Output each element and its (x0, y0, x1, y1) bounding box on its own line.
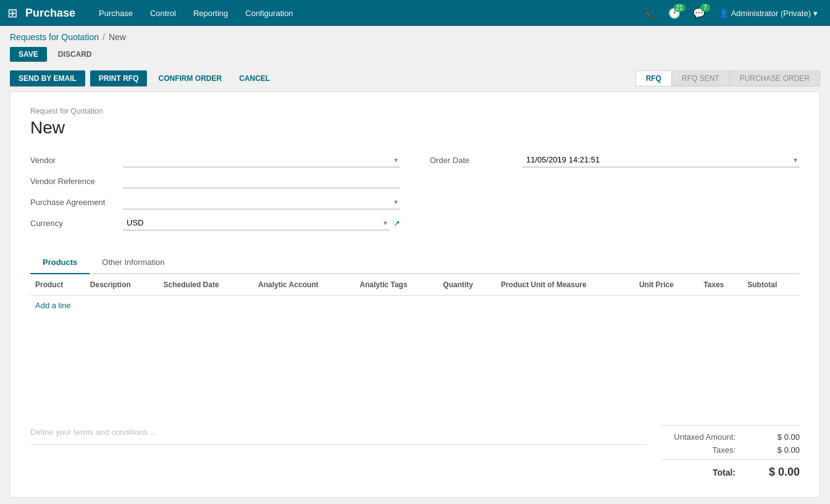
col-product-unit: Product Unit of Measure (496, 274, 634, 296)
col-analytic-tags: Analytic Tags (354, 274, 438, 296)
currency-external-link-icon[interactable]: ↗ (393, 219, 400, 228)
vendor-label: Vendor (30, 156, 123, 165)
products-table: Product Description Scheduled Date Analy… (30, 274, 800, 296)
status-bar: SEND BY EMAIL PRINT RFQ CONFIRM ORDER CA… (0, 67, 830, 91)
terms-divider (30, 444, 647, 445)
untaxed-value: $ 0.00 (750, 432, 800, 442)
vendor-select-wrap: ▾ (123, 153, 400, 167)
chat-icon[interactable]: 💬 7 (689, 5, 709, 22)
total-label: Total: (661, 468, 736, 477)
untaxed-label: Untaxed Amount: (661, 432, 736, 442)
breadcrumb-separator: / (103, 32, 105, 42)
topnav-right: 📞 🕐 21 💬 7 👤 Administrator (Private) ▾ (640, 5, 823, 22)
currency-row: Currency USD ▾ ↗ (30, 216, 400, 230)
col-analytic-account: Analytic Account (253, 274, 354, 296)
vendor-reference-row: Vendor Reference (30, 174, 400, 188)
vendor-reference-input[interactable] (123, 174, 400, 188)
purchase-agreement-label: Purchase Agreement (30, 198, 123, 207)
currency-label: Currency (30, 219, 123, 228)
col-subtotal: Subtotal (742, 274, 800, 296)
user-menu[interactable]: 👤 Administrator (Private) ▾ (714, 9, 823, 18)
clock-badge: 21 (674, 4, 685, 12)
total-row: Total: $ 0.00 (661, 462, 800, 482)
step-purchase-order[interactable]: PURCHASE ORDER (729, 70, 820, 86)
order-date-row: Order Date 11/05/2019 14:21:51 ▾ (430, 153, 800, 167)
user-label: Administrator (Private) (731, 9, 811, 18)
purchase-agreement-select-wrap: ▾ (123, 195, 400, 209)
order-date-input[interactable]: 11/05/2019 14:21:51 (522, 153, 800, 167)
breadcrumb-parent[interactable]: Requests for Quotation (10, 32, 99, 42)
add-line-link[interactable]: Add a line (30, 296, 76, 315)
tab-other-information[interactable]: Other Information (90, 251, 177, 274)
breadcrumb: Requests for Quotation / New (0, 26, 830, 44)
send-by-email-button[interactable]: SEND BY EMAIL (10, 70, 85, 86)
taxes-row: Taxes: $ 0.00 (661, 443, 800, 456)
col-taxes: Taxes (698, 274, 742, 296)
form-subtitle: Request for Quotation (30, 107, 800, 116)
brand-label: Purchase (25, 7, 75, 20)
breadcrumb-current: New (109, 32, 126, 42)
step-rfq-sent[interactable]: RFQ SENT (671, 70, 730, 86)
topnav: ⊞ Purchase Purchase Control Reporting Co… (0, 0, 830, 26)
status-steps: RFQ RFQ SENT PURCHASE ORDER (635, 70, 820, 86)
total-value: $ 0.00 (750, 466, 800, 479)
terms-placeholder[interactable]: Define your terms and conditions ... (30, 422, 647, 442)
col-product: Product (30, 274, 85, 296)
vendor-reference-label: Vendor Reference (30, 177, 123, 186)
cancel-button[interactable]: CANCEL (233, 70, 276, 86)
save-button[interactable]: SAVE (10, 47, 47, 62)
discard-button[interactable]: DISCARD (52, 47, 98, 62)
vendor-input[interactable] (123, 153, 400, 167)
menu-item-configuration[interactable]: Configuration (237, 0, 301, 26)
currency-select-wrap: USD ▾ (123, 216, 390, 230)
chat-badge: 7 (700, 4, 710, 12)
totals-bottom-divider (661, 459, 800, 460)
confirm-order-button[interactable]: CONFIRM ORDER (152, 70, 228, 86)
user-icon: 👤 (719, 9, 729, 18)
menu-item-reporting[interactable]: Reporting (185, 0, 237, 26)
print-rfq-button[interactable]: PRINT RFQ (90, 70, 148, 86)
col-description: Description (85, 274, 159, 296)
tabs: Products Other Information (30, 251, 800, 274)
col-unit-price: Unit Price (634, 274, 698, 296)
footer-section: Define your terms and conditions ... Unt… (30, 422, 800, 482)
terms-section: Define your terms and conditions ... (30, 422, 647, 447)
form-card: Request for Quotation New Vendor ▾ Vendo… (10, 91, 820, 498)
phone-icon[interactable]: 📞 (640, 5, 660, 22)
currency-select[interactable]: USD (123, 216, 390, 230)
menu-item-control[interactable]: Control (141, 0, 185, 26)
form-title: New (30, 118, 800, 138)
totals-section: Untaxed Amount: $ 0.00 Taxes: $ 0.00 Tot… (661, 422, 800, 482)
purchase-agreement-row: Purchase Agreement ▾ (30, 195, 400, 209)
purchase-agreement-select[interactable] (123, 195, 400, 209)
table-area: Product Description Scheduled Date Analy… (30, 274, 800, 398)
topnav-menu: Purchase Control Reporting Configuration (90, 0, 640, 26)
untaxed-amount-row: Untaxed Amount: $ 0.00 (661, 430, 800, 443)
form-grid: Vendor ▾ Vendor Reference Purchase Agree… (30, 153, 800, 237)
clock-icon[interactable]: 🕐 21 (664, 5, 684, 22)
menu-item-purchase[interactable]: Purchase (90, 0, 141, 26)
step-rfq[interactable]: RFQ (635, 70, 672, 86)
main-content: Request for Quotation New Vendor ▾ Vendo… (0, 91, 830, 504)
grid-icon[interactable]: ⊞ (7, 6, 18, 20)
order-date-label: Order Date (430, 156, 522, 165)
action-bar: SAVE DISCARD (0, 44, 830, 67)
totals-top-divider (661, 425, 800, 426)
col-scheduled-date: Scheduled Date (159, 274, 254, 296)
tab-products[interactable]: Products (30, 251, 90, 274)
taxes-value: $ 0.00 (750, 445, 800, 455)
taxes-label: Taxes: (661, 445, 736, 455)
vendor-row: Vendor ▾ (30, 153, 400, 167)
order-date-wrap: 11/05/2019 14:21:51 ▾ (522, 153, 800, 167)
col-quantity: Quantity (438, 274, 496, 296)
user-chevron-icon: ▾ (813, 9, 818, 18)
